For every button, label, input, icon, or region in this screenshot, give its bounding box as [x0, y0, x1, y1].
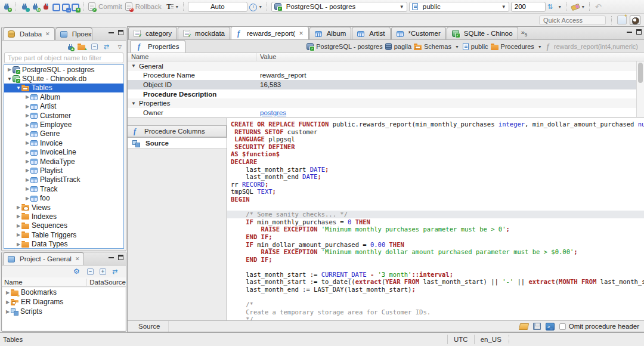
rollback-button[interactable]: Rollback	[135, 3, 162, 10]
eraser-dropdown-caret[interactable]: ▾	[582, 4, 584, 10]
tab-source-bottom[interactable]: Source	[128, 321, 169, 332]
save-to-file-icon[interactable]	[533, 323, 541, 330]
query-history-icon[interactable]	[249, 4, 257, 11]
tree-item-artist[interactable]: ▶Artist	[4, 102, 123, 111]
chevron-right-icon[interactable]: ▶	[24, 196, 30, 201]
chevron-right-icon[interactable]: ▶	[5, 299, 11, 305]
link-with-editor-icon[interactable]: ⇄	[112, 268, 120, 275]
tree-item-sqlite-chinook-db[interactable]: ▼SQLite - Chinook.db	[4, 74, 123, 83]
side-tab-procedure-columns[interactable]: Procedure Columns	[128, 125, 227, 137]
sql-editor-icon[interactable]	[52, 4, 60, 11]
owner-link[interactable]: postgres	[260, 109, 286, 116]
close-icon[interactable]: ✕	[75, 256, 80, 262]
editor-tab-category[interactable]: category	[128, 27, 177, 39]
chevron-right-icon[interactable]: ▶	[16, 232, 21, 237]
chevron-right-icon[interactable]: ▶	[24, 140, 30, 146]
commit-button[interactable]: Commit	[98, 3, 122, 10]
reconnect-icon[interactable]: ↻	[31, 2, 40, 11]
refresh-dropdown-caret[interactable]: ▾	[559, 4, 561, 10]
grid-row-properties[interactable]: ▼Properties	[128, 98, 644, 108]
tree-item-genre[interactable]: ▶Genre	[4, 129, 123, 138]
grid-row-owner[interactable]: Ownerpostgres	[128, 108, 644, 118]
tab-project-general[interactable]: Project - General ✕	[3, 252, 84, 265]
chevron-right-icon[interactable]: ▶	[24, 113, 30, 118]
console-icon[interactable]: >_	[546, 323, 555, 330]
omit-procedure-header-checkbox[interactable]: Omit procedure header	[559, 323, 639, 330]
transaction-log-icon[interactable]: T	[165, 2, 174, 11]
grid-row-procedure-description[interactable]: Procedure Description	[128, 89, 644, 99]
tree-item-playlist[interactable]: ▶Playlist	[4, 166, 123, 175]
chevron-down-icon[interactable]: ▼	[131, 63, 137, 69]
maximize-icon[interactable]	[636, 29, 642, 35]
tree-item-invoice[interactable]: ▶Invoice	[4, 138, 123, 147]
tree-item-data-types[interactable]: ▶Data Types	[4, 239, 123, 248]
tree-item-playlisttrack[interactable]: ▶PlaylistTrack	[4, 175, 123, 184]
tree-item-customer[interactable]: ▶Customer	[4, 111, 123, 120]
tab-properties[interactable]: Properties	[130, 40, 185, 52]
editor-tab-artist[interactable]: Artist	[352, 27, 390, 39]
view-menu-caret[interactable]: ▽	[118, 44, 122, 50]
minimize-icon[interactable]	[109, 32, 114, 33]
disconnect-icon[interactable]	[42, 2, 51, 11]
chevron-right-icon[interactable]: ▶	[16, 242, 21, 247]
tree-item-mediatype[interactable]: ▶MediaType	[4, 157, 123, 166]
chevron-right-icon[interactable]: ▶	[24, 131, 30, 137]
editor-tab-album[interactable]: Album	[309, 27, 352, 39]
tree-item-employee[interactable]: ▶Employee	[4, 120, 123, 129]
checkbox-icon[interactable]	[559, 323, 566, 330]
commit-icon[interactable]: ✓	[88, 2, 95, 11]
breadcrumb-item-rewards-report-int4-numeric-[interactable]: rewards_report(int4,numeric)	[546, 43, 638, 50]
grid-scrollbar[interactable]	[636, 61, 644, 117]
chevron-right-icon[interactable]: ▶	[16, 223, 21, 228]
tree-item-tables[interactable]: ▼Tables	[4, 84, 123, 92]
open-perspective-icon[interactable]	[617, 16, 627, 24]
tab-overflow-indicator[interactable]: »5	[519, 29, 530, 38]
chevron-right-icon[interactable]: ▶	[16, 205, 21, 210]
collapse-all-icon[interactable]: −	[91, 44, 98, 50]
tree-item-indexes[interactable]: ▶Indexes	[4, 212, 123, 221]
chevron-right-icon[interactable]: ▶	[24, 150, 30, 155]
grid-row-procedure-name[interactable]: Procedure Namerewards_report	[128, 71, 644, 81]
load-from-file-icon[interactable]	[519, 323, 529, 330]
new-connection-icon[interactable]: +	[66, 43, 74, 51]
breadcrumb-item-pagila[interactable]: pagila	[385, 43, 411, 50]
refresh-icon[interactable]: ⇅	[547, 2, 556, 11]
new-sql-editor-icon[interactable]: +	[72, 4, 79, 11]
breadcrumb-item-postgresql-postgres[interactable]: PostgreSQL - postgres	[306, 43, 382, 50]
grid-row-object-id[interactable]: Object ID16,583	[128, 80, 644, 89]
tab-projects[interactable]: Проект	[55, 27, 92, 40]
chevron-down-icon[interactable]: ▼	[16, 85, 21, 91]
fetch-size-input[interactable]	[511, 2, 546, 12]
chevron-right-icon[interactable]: ▶	[24, 177, 30, 183]
editor-tab-rewards-report-[interactable]: rewards_report(✕	[231, 26, 309, 39]
close-icon[interactable]: ✕	[45, 31, 50, 37]
chevron-right-icon[interactable]: ▶	[24, 104, 30, 109]
tree-item-foo[interactable]: ▶foo	[4, 193, 123, 202]
chevron-down-icon[interactable]: ▼	[538, 45, 542, 49]
project-item-bookmarks[interactable]: ▶Bookmarks	[2, 288, 125, 297]
commit-mode-combo[interactable]: Auto	[188, 2, 247, 12]
chevron-right-icon[interactable]: ▶	[16, 214, 21, 219]
status-locale[interactable]: en_US	[474, 335, 507, 344]
new-connection-icon[interactable]: +	[2, 2, 11, 11]
dbeaver-perspective-icon[interactable]	[630, 16, 640, 25]
transaction-dropdown-caret[interactable]: ▾	[176, 4, 178, 10]
editor-tab-mockdata[interactable]: mockdata	[178, 27, 230, 39]
rollback-icon[interactable]: ↶	[125, 2, 132, 11]
tree-item-table-triggers[interactable]: ▶Table Triggers	[4, 230, 123, 239]
breadcrumb-item-schemas[interactable]: Schemas	[414, 43, 451, 50]
chevron-down-icon[interactable]: ▼	[455, 45, 459, 49]
column-header-datasource[interactable]: DataSource	[87, 279, 126, 286]
link-with-editor-icon[interactable]: ⇄	[104, 43, 112, 50]
source-code-editor[interactable]: CREATE OR REPLACE FUNCTION public.reward…	[227, 118, 644, 320]
editor-tab--customer[interactable]: *Customer	[391, 27, 446, 39]
grid-column-value[interactable]: Value	[256, 53, 280, 61]
breadcrumb-item-procedures[interactable]: Procedures	[491, 43, 534, 50]
maximize-icon[interactable]	[118, 30, 123, 35]
grid-column-name[interactable]: Name	[128, 53, 256, 61]
maximize-icon[interactable]	[118, 255, 123, 260]
chevron-right-icon[interactable]: ▶	[5, 290, 11, 295]
tree-item-track[interactable]: ▶Track	[4, 184, 123, 193]
chevron-right-icon[interactable]: ▶	[24, 186, 30, 191]
history-dropdown-caret[interactable]: ▾	[259, 4, 262, 10]
